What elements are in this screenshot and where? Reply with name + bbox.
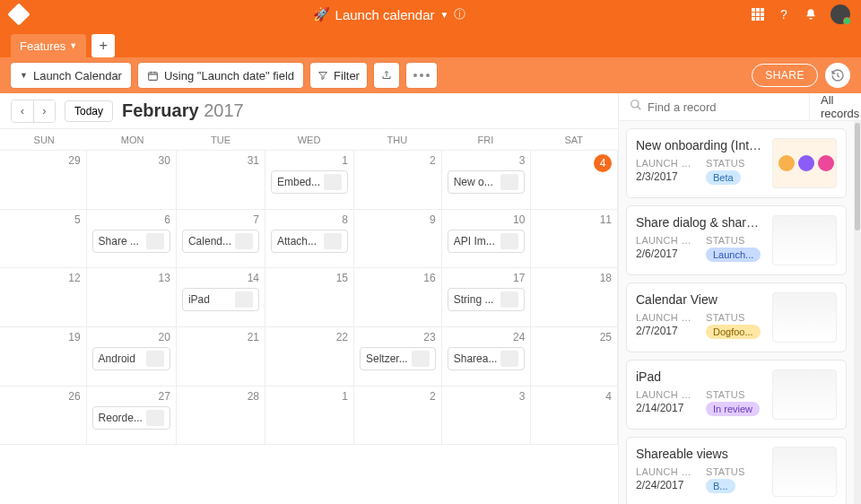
avatar[interactable]: [831, 4, 850, 24]
field-selector[interactable]: Using "Launch date" field: [138, 63, 303, 88]
more-button[interactable]: [406, 63, 437, 88]
calendar-cell[interactable]: 4: [531, 151, 618, 210]
calendar-cell[interactable]: 22: [265, 327, 354, 387]
share-icon: [381, 70, 392, 81]
calendar-cell[interactable]: 5: [0, 210, 87, 269]
event-thumbnail: [235, 233, 253, 249]
record-panel-header: All records ▾: [619, 93, 861, 121]
calendar-cell[interactable]: 13: [87, 268, 177, 327]
calendar-cell[interactable]: 8Attach...: [265, 210, 354, 269]
calendar-event[interactable]: String ...: [448, 288, 526, 311]
calendar-cell[interactable]: 28: [177, 387, 265, 446]
calendar-cell[interactable]: 23Seltzer...: [354, 327, 442, 387]
calendar-cell[interactable]: 7Calend...: [177, 210, 265, 269]
day-number: 12: [5, 272, 81, 284]
record-card[interactable]: Share dialog & shared ...LAUNCH DA...2/6…: [626, 205, 847, 275]
share-view-button[interactable]: [374, 63, 399, 88]
calendar-event[interactable]: Calend...: [182, 230, 259, 253]
search-icon: [630, 99, 642, 115]
more-icon: [413, 74, 430, 77]
record-card[interactable]: Calendar ViewLAUNCH DA...2/7/2017STATUSD…: [626, 282, 847, 352]
calendar-cell[interactable]: 16: [354, 268, 442, 327]
event-label: Reorde...: [99, 412, 143, 424]
day-number: 27: [92, 390, 170, 403]
tab-features[interactable]: Features ▼: [11, 34, 86, 57]
add-table-button[interactable]: +: [91, 34, 115, 57]
calendar-cell[interactable]: 9: [354, 210, 442, 269]
record-filter-selector[interactable]: All records ▾: [809, 93, 861, 120]
calendar-event[interactable]: API Im...: [448, 230, 526, 253]
calendar-cell[interactable]: 18: [531, 268, 618, 327]
notifications-icon[interactable]: [804, 7, 818, 22]
event-thumbnail: [500, 351, 518, 367]
calendar-cell[interactable]: 15: [265, 268, 354, 327]
calendar-event[interactable]: Share ...: [92, 230, 170, 253]
record-title: Shareable views: [636, 447, 765, 461]
calendar-cell[interactable]: 3New o...: [442, 151, 532, 210]
status-badge: B...: [706, 479, 735, 493]
calendar-event[interactable]: Attach...: [271, 230, 348, 253]
info-icon[interactable]: ⓘ: [454, 6, 465, 22]
help-icon[interactable]: ?: [777, 7, 791, 22]
calendar-cell[interactable]: 10API Im...: [442, 210, 532, 269]
search-input[interactable]: [648, 100, 798, 114]
day-number: 23: [360, 331, 436, 343]
calendar-cell[interactable]: 30: [87, 151, 177, 210]
calendar-cell[interactable]: 17String ...: [442, 268, 532, 327]
calendar-cell[interactable]: 25: [531, 327, 618, 387]
record-thumbnail: [772, 215, 837, 265]
today-button[interactable]: Today: [65, 100, 113, 122]
day-number: 17: [448, 272, 526, 284]
field-label-date: LAUNCH DA...: [636, 312, 691, 323]
calendar-cell[interactable]: 20Android: [87, 327, 177, 387]
day-number: 3: [448, 154, 526, 167]
calendar-cell[interactable]: 2: [354, 151, 442, 210]
day-number: 9: [360, 213, 436, 226]
day-number: 10: [448, 213, 526, 226]
event-label: Attach...: [277, 235, 317, 248]
history-button[interactable]: [825, 63, 850, 88]
share-base-button[interactable]: SHARE: [752, 64, 818, 87]
calendar-cell[interactable]: 6Share ...: [87, 210, 177, 269]
filter-button[interactable]: Filter: [310, 63, 367, 88]
calendar-cell[interactable]: 1: [265, 387, 354, 446]
record-list: New onboarding (Inter...LAUNCH DA...2/3/…: [619, 121, 854, 504]
calendar-cell[interactable]: 24Sharea...: [442, 327, 532, 387]
calendar-cell[interactable]: 29: [0, 151, 87, 210]
record-card[interactable]: New onboarding (Inter...LAUNCH DA...2/3/…: [626, 128, 847, 198]
record-card[interactable]: iPadLAUNCH DA...2/14/2017STATUSIn review: [626, 360, 847, 430]
calendar-event[interactable]: New o...: [448, 170, 526, 194]
calendar-event[interactable]: Reorde...: [92, 406, 170, 430]
calendar-cell[interactable]: 12: [0, 268, 87, 327]
calendar-event[interactable]: Seltzer...: [360, 347, 436, 370]
calendar-event[interactable]: Embed...: [271, 170, 348, 194]
calendar-cell[interactable]: 2: [354, 387, 442, 446]
calendar-event[interactable]: Android: [92, 347, 170, 370]
base-title[interactable]: 🚀 Launch calendar ▼ ⓘ: [27, 6, 752, 22]
calendar-cell[interactable]: 26: [0, 387, 87, 446]
day-number: 5: [5, 213, 81, 226]
record-card[interactable]: Shareable viewsLAUNCH DA...2/24/2017STAT…: [626, 437, 847, 504]
calendar-cell[interactable]: 27Reorde...: [87, 387, 177, 446]
calendar-cell[interactable]: 31: [177, 151, 265, 210]
record-title: Calendar View: [636, 292, 765, 307]
calendar-cell[interactable]: 1Embed...: [265, 151, 354, 210]
calendar-cell[interactable]: 4: [531, 387, 618, 446]
prev-month-button[interactable]: ‹: [12, 100, 33, 122]
weekday-label: SUN: [0, 135, 88, 145]
calendar-cell[interactable]: 3: [442, 387, 532, 446]
field-label-date: LAUNCH DA...: [636, 235, 691, 246]
status-badge: Dogfoo...: [706, 325, 761, 339]
filter-label: Filter: [334, 69, 360, 83]
view-selector[interactable]: ▼ Launch Calendar: [11, 63, 131, 88]
calendar-cell[interactable]: 11: [531, 210, 618, 269]
calendar-cell[interactable]: 14iPad: [177, 268, 265, 327]
next-month-button[interactable]: ›: [33, 100, 55, 122]
scrollbar[interactable]: [854, 121, 861, 504]
calendar-event[interactable]: iPad: [182, 288, 259, 311]
calendar-cell[interactable]: 19: [0, 327, 87, 387]
calendar-cell[interactable]: 21: [177, 327, 265, 387]
calendar-event[interactable]: Sharea...: [448, 347, 526, 370]
view-toolbar: ▼ Launch Calendar Using "Launch date" fi…: [0, 57, 861, 93]
apps-icon[interactable]: [752, 8, 764, 21]
